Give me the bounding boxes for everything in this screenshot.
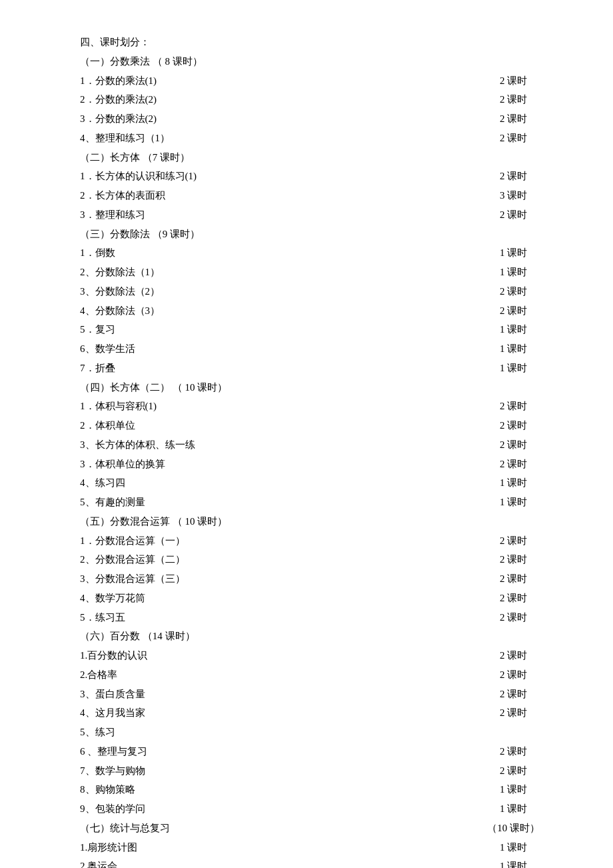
line-hours: 1 课时 bbox=[486, 263, 540, 282]
line-hours: 2 课时 bbox=[486, 647, 540, 665]
line-hours: （10 课时） bbox=[474, 819, 540, 838]
line-hours: 2 课时 bbox=[486, 666, 540, 685]
line-text: 3、分数除法（2） bbox=[80, 283, 486, 301]
line-hours: 2 课时 bbox=[486, 129, 540, 148]
line-text: 1．倒数 bbox=[80, 244, 486, 263]
line-hours: 2 课时 bbox=[486, 551, 540, 569]
line-text: 4、这月我当家 bbox=[80, 704, 486, 723]
line-text: 2、分数混合运算（二） bbox=[80, 551, 486, 569]
content-line: 5、有趣的测量1 课时 bbox=[80, 493, 540, 512]
content-line: 1.百分数的认识2 课时 bbox=[80, 647, 540, 665]
line-text: 2.合格率 bbox=[80, 666, 486, 685]
content-line: 6 、整理与复习2 课时 bbox=[80, 743, 540, 761]
content-line: 9、包装的学问1 课时 bbox=[80, 800, 540, 819]
line-text: 四、课时划分： bbox=[80, 33, 486, 52]
line-text: 1．分数的乘法(1) bbox=[80, 72, 486, 91]
line-text: 4、分数除法（3） bbox=[80, 302, 486, 321]
line-hours: 2 课时 bbox=[486, 206, 540, 225]
line-hours: 2 课时 bbox=[486, 704, 540, 723]
line-hours: 2 课时 bbox=[486, 570, 540, 589]
line-hours: 2 课时 bbox=[486, 110, 540, 129]
line-hours: 1 课时 bbox=[486, 359, 540, 378]
line-hours: 2 课时 bbox=[486, 685, 540, 704]
line-hours: 1 课时 bbox=[486, 474, 540, 493]
content-line: 3、分数混合运算（三）2 课时 bbox=[80, 570, 540, 589]
line-text: 3．整理和练习 bbox=[80, 206, 486, 225]
line-hours: 2 课时 bbox=[486, 167, 540, 186]
line-hours: 2 课时 bbox=[486, 589, 540, 608]
content-line: 7、数学与购物2 课时 bbox=[80, 762, 540, 781]
content-line: 1．体积与容积(1)2 课时 bbox=[80, 397, 540, 416]
line-text: （三）分数除法 （9 课时） bbox=[80, 225, 486, 244]
content-line: （五）分数混合运算 （ 10 课时） bbox=[80, 513, 540, 531]
line-text: 6、数学生活 bbox=[80, 340, 486, 359]
line-hours: 1 课时 bbox=[486, 340, 540, 359]
content-line: （二）长方体 （7 课时） bbox=[80, 149, 540, 167]
content-line: 2、分数混合运算（二）2 课时 bbox=[80, 551, 540, 569]
content-line: 4、这月我当家2 课时 bbox=[80, 704, 540, 723]
content-line: 1.扇形统计图1 课时 bbox=[80, 839, 540, 857]
line-text: 1．体积与容积(1) bbox=[80, 397, 486, 416]
line-hours: 2 课时 bbox=[486, 532, 540, 551]
line-text: 9、包装的学问 bbox=[80, 800, 486, 819]
content-line: （六）百分数 （14 课时） bbox=[80, 627, 540, 646]
content-line: 4、整理和练习（1）2 课时 bbox=[80, 129, 540, 148]
content-line: 7．折叠1 课时 bbox=[80, 359, 540, 378]
line-hours: 2 课时 bbox=[486, 417, 540, 435]
content-area: 四、课时划分：（一）分数乘法 （ 8 课时）1．分数的乘法(1)2 课时2．分数… bbox=[80, 33, 540, 868]
line-text: 2．体积单位 bbox=[80, 417, 486, 435]
line-hours: 1 课时 bbox=[486, 857, 540, 868]
line-text: 5、练习 bbox=[80, 723, 486, 742]
line-text: 2．分数的乘法(2) bbox=[80, 91, 486, 109]
content-line: 2．分数的乘法(2)2 课时 bbox=[80, 91, 540, 109]
line-text: （四）长方体（二） （ 10 课时） bbox=[80, 379, 486, 397]
content-line: 2、分数除法（1）1 课时 bbox=[80, 263, 540, 282]
content-line: 8、购物策略1 课时 bbox=[80, 781, 540, 799]
content-line: （四）长方体（二） （ 10 课时） bbox=[80, 379, 540, 397]
line-hours: 1 课时 bbox=[486, 244, 540, 263]
line-text: 4、整理和练习（1） bbox=[80, 129, 486, 148]
line-text: （六）百分数 （14 课时） bbox=[80, 627, 486, 646]
line-text: 2．长方体的表面积 bbox=[80, 187, 486, 205]
content-line: （一）分数乘法 （ 8 课时） bbox=[80, 53, 540, 71]
content-line: 3、长方体的体积、练一练2 课时 bbox=[80, 436, 540, 455]
line-text: 3．分数的乘法(2) bbox=[80, 110, 486, 129]
content-line: 1．长方体的认识和练习(1)2 课时 bbox=[80, 167, 540, 186]
line-hours: 2 课时 bbox=[486, 609, 540, 627]
line-hours: 1 课时 bbox=[486, 839, 540, 857]
line-hours: 2 课时 bbox=[486, 72, 540, 91]
content-line: 1．倒数1 课时 bbox=[80, 244, 540, 263]
page-container: 四、课时划分：（一）分数乘法 （ 8 课时）1．分数的乘法(1)2 课时2．分数… bbox=[0, 0, 613, 868]
content-line: 2.奥运会1 课时 bbox=[80, 857, 540, 868]
line-hours: 2 课时 bbox=[486, 302, 540, 321]
line-text: 1．分数混合运算（一） bbox=[80, 532, 486, 551]
content-line: 6、数学生活1 课时 bbox=[80, 340, 540, 359]
content-line: 3、蛋白质含量2 课时 bbox=[80, 685, 540, 704]
line-hours: 2 课时 bbox=[486, 91, 540, 109]
content-line: 5．练习五2 课时 bbox=[80, 609, 540, 627]
line-text: 2、分数除法（1） bbox=[80, 263, 486, 282]
line-hours: 1 课时 bbox=[486, 800, 540, 819]
line-text: 3、分数混合运算（三） bbox=[80, 570, 486, 589]
content-line: 1．分数混合运算（一）2 课时 bbox=[80, 532, 540, 551]
line-hours: 2 课时 bbox=[486, 283, 540, 301]
line-text: 1.扇形统计图 bbox=[80, 839, 486, 857]
content-line: 2.合格率2 课时 bbox=[80, 666, 540, 685]
content-line: 4、练习四1 课时 bbox=[80, 474, 540, 493]
line-text: 2.奥运会 bbox=[80, 857, 486, 868]
content-line: 4、数学万花筒2 课时 bbox=[80, 589, 540, 608]
line-hours: 2 课时 bbox=[486, 436, 540, 455]
content-line: 5．复习1 课时 bbox=[80, 321, 540, 339]
line-text: 1.百分数的认识 bbox=[80, 647, 486, 665]
line-text: 3、蛋白质含量 bbox=[80, 685, 486, 704]
content-line: 3．体积单位的换算2 课时 bbox=[80, 455, 540, 474]
line-text: 4、数学万花筒 bbox=[80, 589, 486, 608]
line-hours: 2 课时 bbox=[486, 397, 540, 416]
content-line: 2．体积单位2 课时 bbox=[80, 417, 540, 435]
line-hours: 2 课时 bbox=[486, 455, 540, 474]
line-hours: 1 课时 bbox=[486, 781, 540, 799]
content-line: 5、练习 bbox=[80, 723, 540, 742]
line-text: 5．复习 bbox=[80, 321, 486, 339]
line-text: 3、长方体的体积、练一练 bbox=[80, 436, 486, 455]
line-text: 6 、整理与复习 bbox=[80, 743, 486, 761]
